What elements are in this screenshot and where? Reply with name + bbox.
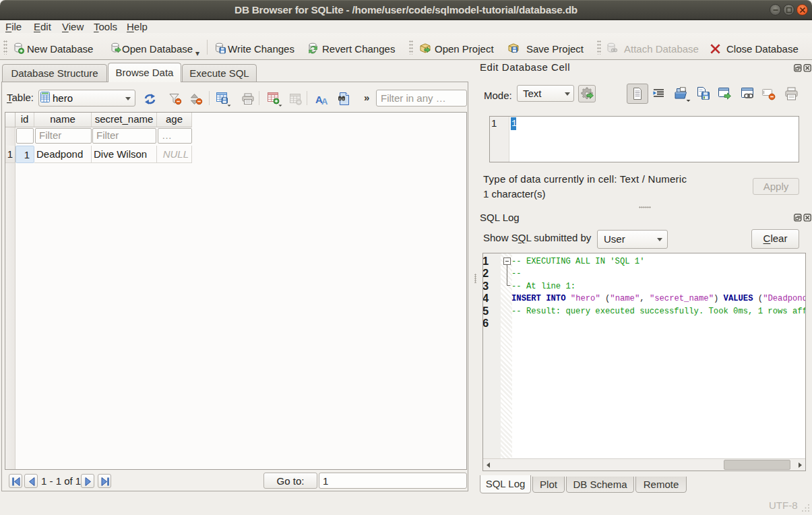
svg-text:A: A (321, 96, 328, 105)
